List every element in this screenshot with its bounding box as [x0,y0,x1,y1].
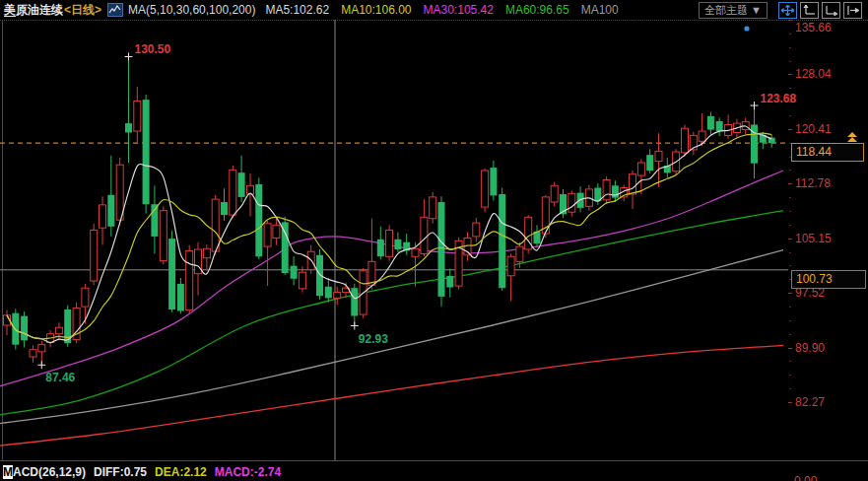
extreme-cross-marker [37,361,45,369]
pan-right-icon[interactable] [843,2,862,19]
candle [412,248,419,256]
high-price-annotation: 130.50 [134,42,170,56]
ma30-value: MA30:105.42 [424,3,494,17]
last-price-label: 118.44 [791,143,864,162]
axis-minor-tick [789,115,791,116]
axis-minor-tick [789,375,791,376]
ma200-line [0,345,783,446]
candle [195,249,202,274]
candle [351,288,358,315]
axis-tick [788,183,792,184]
axis-tick [788,239,792,240]
candle [186,250,193,309]
macd-indicator-row[interactable]: MACD(26,12,9) DIFF:0.75 DEA:2.12 MACD:-2… [0,460,868,481]
theme-dropdown[interactable]: 全部主题 ▼ [699,2,768,19]
macd-params-label: MACD(26,12,9) [3,465,86,479]
scale-x-axis-icon[interactable] [822,2,840,19]
candle [177,284,184,311]
axis-minor-tick [789,265,791,266]
extreme-cross-marker [351,322,359,330]
axis-price-label: 105.15 [795,232,832,245]
axis-minor-tick [789,307,791,308]
trading-app: { "toolbar": { "symbol": "美原油连续", "perio… [0,0,868,481]
candle [334,293,341,299]
candle [325,287,332,299]
candle [168,239,175,309]
candle [438,202,445,297]
axis-minor-tick [789,320,791,321]
axis-minor-tick [789,252,791,253]
candle [482,171,489,207]
extreme-cross-marker [751,102,759,109]
macd-macd-value: MACD:-2.74 [215,465,281,479]
candle [221,202,228,215]
candle [91,230,98,281]
candle [655,151,662,161]
candle [394,240,401,249]
axis-tick [788,20,792,21]
candle [238,172,245,197]
candle [255,184,262,256]
candle [707,116,714,130]
axis-tick [788,293,792,294]
top-toolbar: 美原油连续 <日线> MA(5,10,30,60,100,200) MA5:10… [0,0,868,21]
axis-tick [788,74,792,75]
candle [316,255,323,296]
axis-price-label: 112.78 [795,176,831,190]
candle [212,199,219,251]
axis-tick [788,348,792,349]
axis-minor-tick [789,102,791,103]
candle [203,248,210,257]
period-label: <日线> [64,2,101,19]
chart-plot[interactable] [0,20,868,460]
candle [264,224,271,246]
axis-minor-tick [789,61,791,62]
candle [577,193,584,208]
axis-minor-tick [789,34,791,34]
candle [612,185,619,197]
candle [291,266,298,279]
crosshair-price-label: 100.73 [791,270,866,289]
axis-price-label: 120.41 [795,122,832,136]
candle [446,276,453,288]
candle [507,256,514,276]
axis-minor-tick [789,334,791,335]
axis-price-label: 89.90 [795,341,825,355]
price-axis[interactable]: 135.66128.04120.41112.78105.1597.5289.90… [788,20,868,460]
mini-chart-icon [107,3,123,17]
candle [160,211,167,261]
event-dot[interactable] [744,26,749,31]
candle [107,195,114,227]
candle [230,170,236,215]
axis-minor-tick [789,361,791,362]
candle [551,185,558,202]
symbol-title: 美原油连续 [4,2,63,19]
axis-price-label: 82.27 [795,395,825,409]
candle [273,225,280,238]
candle [12,313,19,345]
ma-config-label: MA(5,10,30,60,100,200) [128,3,255,17]
candle [699,131,705,141]
scale-y-axis-icon[interactable] [800,2,819,19]
axis-minor-tick [789,47,791,48]
toolbar-buttons [775,2,862,19]
candle [299,272,305,289]
candle [30,350,36,357]
candle [637,163,644,175]
low-price-annotation: 87.46 [45,371,75,384]
ma5-value: MA5:102.62 [265,3,329,17]
price-up-arrow-icon [847,137,857,142]
ma10-value: MA10:106.00 [341,3,411,17]
candle [603,180,610,200]
axis-minor-tick [789,211,791,212]
axis-tick [788,129,792,130]
candle [134,102,141,132]
axis-tick [788,402,792,403]
candlestick-chart-canvas[interactable]: 130.50123.6887.4692.93 [0,20,868,460]
macd-zero-axis-label: 0.00 [794,474,817,481]
extreme-cross-marker [124,52,132,60]
candle [116,165,123,220]
macd-dea-value: DEA:2.12 [155,465,207,479]
candle [430,197,436,219]
move-crosshair-icon[interactable] [778,2,797,19]
